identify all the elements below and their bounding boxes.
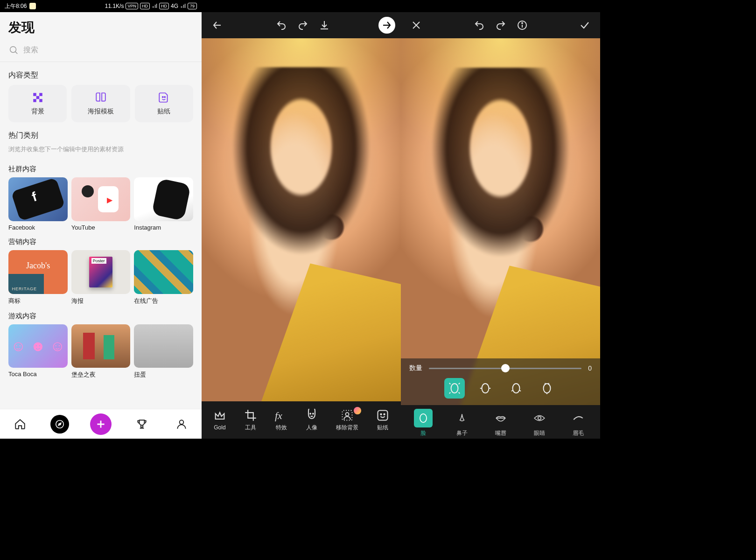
face-tool-face[interactable]: 脸 (410, 409, 436, 437)
card-label: 商标 (8, 294, 68, 305)
marketing-heading: 营销内容 (0, 231, 202, 250)
card-toca-boca[interactable]: Toca Boca (8, 324, 68, 379)
status-bar-spacer (202, 0, 401, 12)
back-button[interactable] (207, 15, 227, 35)
reshape-face-chin[interactable] (537, 378, 557, 399)
tool-label: 人像 (306, 424, 317, 432)
signal-icon: ₊ıl (152, 3, 157, 9)
chip-poster-template[interactable]: 海报模板 (71, 85, 130, 122)
download-button[interactable] (315, 15, 334, 35)
card-youtube[interactable]: YouTube (71, 177, 131, 231)
svg-rect-3 (39, 93, 42, 96)
face-tool-eyes[interactable]: 眼睛 (526, 409, 553, 437)
face-tool-tray: 脸 鼻子 嘴唇 眼睛 眉毛 (401, 405, 600, 439)
chip-label: 贴纸 (157, 107, 170, 116)
game-heading: 游戏内容 (0, 305, 202, 324)
nav-create[interactable] (90, 413, 112, 435)
face-tool-label: 脸 (420, 429, 426, 437)
crown-icon (213, 409, 226, 422)
status-battery: 79 (188, 3, 197, 9)
tool-label: 工具 (245, 424, 256, 432)
search-input[interactable] (23, 46, 193, 54)
face-edit-canvas[interactable] (401, 38, 600, 405)
face-tool-label: 鼻子 (456, 429, 468, 437)
face-tool-label: 眉毛 (573, 429, 584, 437)
new-badge-icon (354, 407, 361, 414)
card-label: YouTube (71, 221, 131, 231)
search-icon (8, 45, 19, 55)
tool-sticker[interactable]: 贴纸 (376, 409, 389, 432)
tool-tools[interactable]: 工具 (244, 409, 257, 432)
card-online-ads[interactable]: 在线广告 (134, 250, 193, 305)
info-button[interactable] (512, 15, 532, 35)
redo-button[interactable] (293, 15, 313, 35)
face-edit-canvas-wrap: 数量 0 (401, 38, 600, 405)
nav-home[interactable] (11, 415, 29, 434)
nav-discover[interactable] (50, 415, 69, 434)
tool-gold[interactable]: Gold (213, 409, 226, 431)
tool-fx[interactable]: fx 特效 (275, 409, 288, 432)
apply-button[interactable] (575, 15, 595, 35)
search-bar[interactable] (0, 41, 202, 62)
svg-rect-4 (36, 96, 39, 99)
card-logo[interactable]: 商标 (8, 250, 68, 305)
tool-label: Gold (214, 424, 225, 431)
card-instagram[interactable]: Instagram (134, 177, 193, 231)
status-speed: 11.1K/s (105, 3, 124, 9)
download-icon (319, 20, 330, 31)
thumb-youtube (71, 177, 131, 221)
tool-label: 贴纸 (377, 424, 388, 432)
face-icon (305, 409, 318, 422)
slider-label: 数量 (409, 364, 422, 372)
slider-value: 0 (588, 364, 592, 372)
face-tool-label: 嘴唇 (495, 429, 506, 437)
next-button[interactable] (378, 17, 395, 34)
face-tool-lips[interactable]: 嘴唇 (488, 409, 514, 437)
face-tool-brows[interactable]: 眉毛 (565, 409, 591, 437)
thumb-ads (134, 250, 193, 294)
redo-button[interactable] (491, 15, 511, 35)
undo-button[interactable] (272, 15, 291, 35)
card-label: Instagram (134, 221, 193, 231)
card-poster[interactable]: 海报 (71, 250, 131, 305)
card-label: 在线广告 (134, 294, 193, 305)
reshape-face-jaw[interactable] (506, 378, 526, 399)
thumb-egg (134, 324, 193, 368)
eye-icon (533, 412, 546, 424)
nav-profile[interactable] (172, 415, 191, 434)
status-hd: HD (140, 3, 150, 9)
slider-thumb[interactable] (501, 364, 510, 372)
card-label: 堡垒之夜 (71, 368, 131, 379)
status-bar: 上午8:06 11.1K/s VPN HD ₊ıl HD 4G ₊ıl 79 (0, 0, 202, 12)
close-button[interactable] (406, 15, 426, 35)
reshape-face-width[interactable] (475, 378, 496, 399)
undo-button[interactable] (469, 15, 489, 35)
card-twist-egg[interactable]: 扭蛋 (134, 324, 193, 379)
fx-icon: fx (275, 409, 288, 422)
svg-marker-10 (58, 423, 61, 426)
svg-point-37 (538, 417, 541, 420)
chip-sticker[interactable]: 贴纸 (135, 85, 193, 122)
amount-slider[interactable] (429, 368, 581, 369)
tool-remove-bg[interactable]: 移除背景 (336, 409, 358, 432)
status-app-icon (29, 3, 36, 9)
card-label: 扭蛋 (134, 368, 193, 379)
card-facebook[interactable]: Facebook (8, 177, 68, 231)
nav-challenges[interactable] (133, 415, 151, 434)
arrow-right-icon (381, 20, 392, 31)
chip-background[interactable]: 背景 (8, 85, 67, 122)
sticker-smile-icon (376, 409, 389, 422)
svg-point-35 (543, 384, 550, 393)
tool-portrait[interactable]: 人像 (305, 409, 318, 432)
status-vpn: VPN (126, 3, 138, 9)
editor-canvas[interactable] (202, 38, 401, 401)
redo-icon (297, 20, 308, 31)
reshape-face-overall[interactable] (444, 378, 465, 399)
card-fortnite[interactable]: 堡垒之夜 (71, 324, 131, 379)
face-tool-nose[interactable]: 鼻子 (449, 409, 475, 437)
trophy-icon (136, 418, 148, 430)
svg-rect-6 (39, 99, 42, 102)
content-types-heading: 内容类型 (0, 62, 202, 85)
popular-subheading: 浏览并收集您下一个编辑中使用的素材资源 (0, 145, 202, 158)
nose-icon (456, 412, 468, 424)
